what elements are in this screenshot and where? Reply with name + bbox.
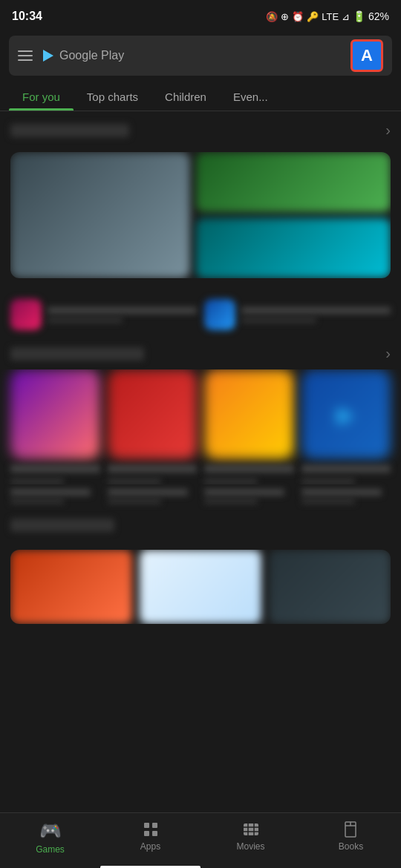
app-name-blur [48,307,197,314]
section-header-1: › [0,122,401,146]
tab-events[interactable]: Even... [220,82,281,111]
games-label: Games [36,844,65,855]
app-card[interactable]: ▶ [301,369,391,484]
extra-banner-row [10,550,391,624]
nav-item-games[interactable]: 🎮 Games [0,821,100,855]
books-label: Books [339,841,363,852]
featured-app-sub-4 [301,479,355,484]
play-logo [43,50,53,62]
app-name-blur [241,307,391,314]
status-time: 10:34 [12,10,42,23]
app-icon [204,299,235,330]
play-triangle-icon [43,50,53,62]
movies-icon [242,821,260,838]
search-bar[interactable]: Google Play A [9,36,392,76]
featured-app-sub-1 [10,479,64,484]
nav-item-apps[interactable]: Apps [100,821,200,852]
signal-icon: LTE [322,11,339,22]
status-icons: 🔕 ⊕ ⏰ 🔑 LTE ⊿ 🔋 62% [266,10,389,22]
location-icon: ⊕ [281,11,289,22]
alarm-icon: ⏰ [292,11,304,22]
banner-card[interactable] [10,152,391,278]
app-icon [10,299,42,330]
svg-rect-2 [144,831,149,836]
featured-app-icon-2 [108,369,198,459]
banner-side-bottom [196,218,391,278]
app-sub-blur [48,318,123,323]
tab-children[interactable]: Children [151,82,220,111]
games-icon: 🎮 [39,821,62,841]
banner-main-image [10,152,190,278]
extra-card-3[interactable] [269,550,391,624]
books-icon [342,821,360,838]
category-tabs: For you Top charts Children Even... [0,82,401,111]
app-card[interactable] [10,369,100,484]
app-labels-row [0,484,401,504]
app-card[interactable] [204,369,294,484]
featured-app-icon-1 [10,369,100,459]
featured-app-name-1 [10,465,100,473]
svg-rect-3 [152,831,157,836]
nav-item-movies[interactable]: Movies [200,821,301,852]
menu-button[interactable] [18,50,33,61]
bottom-navigation: 🎮 Games Apps Movies Books [0,812,401,868]
suggested-section: › ▶ [0,335,401,508]
quick-apps-section [0,289,401,335]
banner-side [196,152,391,278]
search-placeholder: Google Play [59,49,351,62]
svg-rect-4 [244,823,258,835]
featured-apps-row: ▶ [0,369,401,484]
section-header-3 [0,519,401,539]
svg-rect-0 [144,823,149,828]
apps-icon [142,821,160,838]
section-arrow-1[interactable]: › [385,122,391,139]
section-title-3 [10,519,114,532]
featured-section: › [0,111,401,289]
movies-label: Movies [236,841,264,852]
list-item[interactable] [10,299,197,330]
top-apps-row [0,299,401,330]
tab-top-charts[interactable]: Top charts [74,82,151,111]
section-header-2: › [0,345,401,369]
app-card[interactable] [108,369,198,484]
extra-card-1[interactable] [10,550,132,624]
battery-indicator: 🔋 62% [353,10,389,22]
main-content: › [0,111,401,809]
nav-item-books[interactable]: Books [301,821,401,852]
featured-app-icon-3 [204,369,294,459]
key-icon: 🔑 [307,11,319,22]
svg-rect-1 [152,823,157,828]
network-icon: ⊿ [342,11,350,22]
featured-app-name-2 [108,465,198,473]
featured-app-sub-2 [108,479,161,484]
featured-app-name-4 [301,465,391,473]
section-title-2 [10,347,144,361]
featured-app-name-3 [204,465,294,473]
status-bar: 10:34 🔕 ⊕ ⏰ 🔑 LTE ⊿ 🔋 62% [0,0,401,30]
extra-section [0,508,401,628]
notification-mute-icon: 🔕 [266,11,278,22]
section-arrow-2[interactable]: › [385,345,391,362]
tab-for-you[interactable]: For you [9,82,74,111]
apps-label: Apps [140,841,160,852]
extra-card-2[interactable] [140,550,261,624]
list-item[interactable] [204,299,391,330]
featured-app-icon-4: ▶ [301,369,391,459]
account-avatar-button[interactable]: A [351,39,383,72]
banner-side-top [196,152,391,212]
section-title-1 [10,124,129,137]
app-sub-blur [241,318,316,323]
featured-app-sub-3 [204,479,258,484]
